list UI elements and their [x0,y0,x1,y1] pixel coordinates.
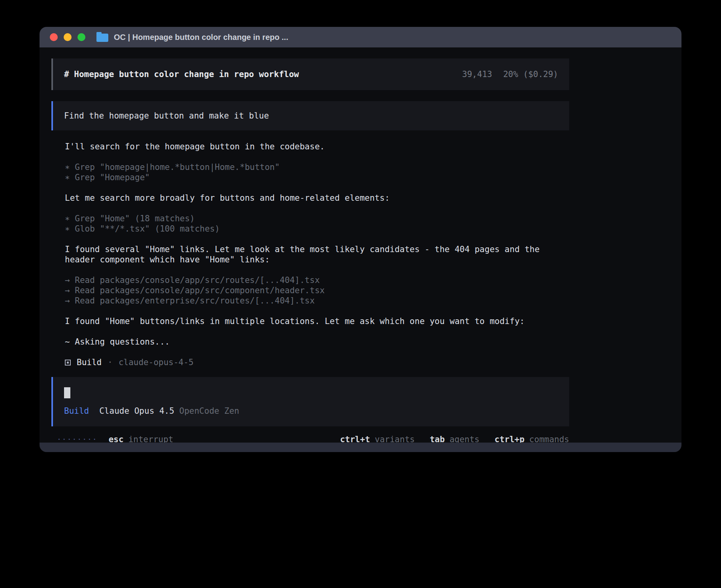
session-stats: 39,413 20% ($0.29) [462,69,558,79]
interrupt-label: interrupt [128,434,174,443]
shortcut-commands: ctrl+p commands [495,434,569,443]
terminal-content: # Homepage button color change in repo w… [40,47,681,443]
user-message: Find the homepage button and make it blu… [51,101,569,130]
minimize-button[interactable] [64,33,72,41]
shortcut-label: commands [529,434,569,443]
assistant-paragraph: I found several "Home" links. Let me loo… [65,244,569,265]
agent-model: claude-opus-4-5 [119,357,194,368]
throbber-dots: ········ [57,434,98,443]
shortcut-label: variants [375,434,415,443]
assistant-paragraph: I'll search for the homepage button in t… [65,141,569,152]
assistant-paragraph: I found "Home" buttons/links in multiple… [65,316,569,326]
tool-call-line: ∗ Grep "Homepage" [65,172,569,183]
shortcut-variants: ctrl+t variants [340,434,415,443]
window-bottom-bezel [40,443,681,452]
agent-separator: · [108,357,113,368]
traffic-lights [50,33,85,41]
tool-call-line: ∗ Glob "**/*.tsx" (100 matches) [65,224,569,234]
agent-name: Build [77,357,102,368]
prompt-input[interactable]: Build Claude Opus 4.5 OpenCode Zen [51,377,569,426]
session-header: # Homepage button color change in repo w… [51,58,569,90]
user-message-text: Find the homepage button and make it blu… [64,111,269,121]
tool-call-line: ∗ Grep "homepage|home.*button|Home.*butt… [65,162,569,172]
agent-status-line: Build · claude-opus-4-5 [65,357,681,368]
zoom-button[interactable] [77,33,85,41]
tool-call-line: → Read packages/console/app/src/componen… [65,285,569,296]
tool-call-group: ∗ Grep "Home" (18 matches)∗ Glob "**/*.t… [65,213,569,234]
esc-key: esc [109,434,124,443]
context-usage: 20% ($0.29) [503,69,558,79]
shortcut-label: agents [449,434,479,443]
close-button[interactable] [50,33,58,41]
shortcut-key: ctrl+t [340,434,370,443]
shortcut-key: tab [430,434,445,443]
token-count: 39,413 [462,69,492,79]
provider-label: OpenCode Zen [179,406,240,416]
input-footer: Build Claude Opus 4.5 OpenCode Zen [64,406,558,416]
input-cursor [64,387,70,398]
shortcut-agents: tab agents [430,434,479,443]
window-titlebar: OC | Homepage button color change in rep… [40,27,681,47]
agent-icon [65,360,71,366]
assistant-paragraph: Let me search more broadly for buttons a… [65,193,569,203]
model-info: Claude Opus 4.5 OpenCode Zen [99,406,239,416]
tool-call-line: → Read packages/enterprise/src/routes/[.… [65,296,569,306]
transcript: I'll search for the homepage button in t… [65,141,681,347]
mode-label[interactable]: Build [64,406,89,416]
shortcut-key: ctrl+p [495,434,525,443]
statusbar-shortcuts: ctrl+t variants tab agents ctrl+p comman… [340,434,569,443]
tool-call-line: ∗ Grep "Home" (18 matches) [65,213,569,224]
tool-call-group: → Read packages/console/app/src/routes/[… [65,275,569,306]
model-label: Claude Opus 4.5 [99,406,174,416]
session-title: # Homepage button color change in repo w… [64,69,299,79]
tool-call-line: → Read packages/console/app/src/routes/[… [65,275,569,285]
terminal-window: OC | Homepage button color change in rep… [40,27,681,452]
status-line: ~ Asking questions... [65,337,569,347]
interrupt-hint: esc interrupt [109,434,174,443]
titlebar-title-group: OC | Homepage button color change in rep… [96,32,288,42]
tool-call-group: ∗ Grep "homepage|home.*button|Home.*butt… [65,162,569,183]
window-title: OC | Homepage button color change in rep… [114,33,288,42]
statusbar: ········ esc interrupt ctrl+t variants t… [57,434,569,443]
folder-icon [96,34,108,42]
